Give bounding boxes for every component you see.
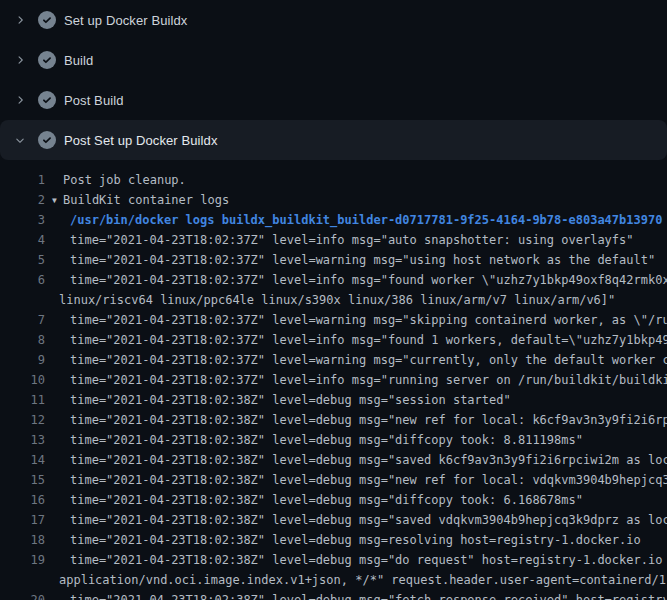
chevron-down-icon[interactable] [12,132,28,148]
log-row: 11 time="2021-04-23T18:02:38Z" level=deb… [0,390,667,410]
log-text: time="2021-04-23T18:02:37Z" level=warnin… [45,310,667,330]
line-number[interactable]: 15 [0,470,45,490]
log-row: 19 time="2021-04-23T18:02:38Z" level=deb… [0,550,667,570]
line-number[interactable]: 3 [0,210,45,230]
line-number[interactable]: 20 [0,590,45,600]
log-row: 7 time="2021-04-23T18:02:37Z" level=warn… [0,310,667,330]
log-row: 3 /usr/bin/docker logs buildx_buildkit_b… [0,210,667,230]
check-circle-icon [38,91,56,109]
line-number[interactable]: 10 [0,370,45,390]
line-number[interactable]: 9 [0,350,45,370]
line-number [0,570,45,590]
log-text: time="2021-04-23T18:02:37Z" level=info m… [45,230,634,250]
log-row: 16 time="2021-04-23T18:02:38Z" level=deb… [0,490,667,510]
log-text: time="2021-04-23T18:02:38Z" level=debug … [45,450,667,470]
log-text: application/vnd.oci.image.index.v1+json,… [45,570,667,590]
line-number[interactable]: 13 [0,430,45,450]
log-row: 15 time="2021-04-23T18:02:38Z" level=deb… [0,470,667,490]
check-circle-icon [38,131,56,149]
log-text: Post job cleanup. [45,170,186,190]
line-number[interactable]: 16 [0,490,45,510]
log-viewer: 1 Post job cleanup. 2 ▼BuildKit containe… [0,170,667,600]
line-number[interactable]: 4 [0,230,45,250]
log-text: time="2021-04-23T18:02:37Z" level=warnin… [45,250,655,270]
line-number[interactable]: 14 [0,450,45,470]
group-toggle-icon[interactable]: ▼ [52,191,60,210]
check-circle-icon [38,11,56,29]
log-row: 1 Post job cleanup. [0,170,667,190]
log-text: time="2021-04-23T18:02:38Z" level=debug … [45,470,667,490]
step-label: Post Set up Docker Buildx [64,133,218,148]
line-number[interactable]: 5 [0,250,45,270]
log-text: time="2021-04-23T18:02:37Z" level=warnin… [45,350,667,370]
step-label: Post Build [64,93,124,108]
line-number[interactable]: 8 [0,330,45,350]
line-number[interactable]: 2 [0,190,45,210]
log-text: time="2021-04-23T18:02:38Z" level=debug … [45,510,667,530]
log-text: time="2021-04-23T18:02:38Z" level=debug … [45,430,583,450]
step-row[interactable]: Post Set up Docker Buildx [0,120,667,160]
log-row: 12 time="2021-04-23T18:02:38Z" level=deb… [0,410,667,430]
log-text: time="2021-04-23T18:02:38Z" level=debug … [45,530,641,550]
line-number[interactable]: 12 [0,410,45,430]
log-row: 13 time="2021-04-23T18:02:38Z" level=deb… [0,430,667,450]
step-row[interactable]: Set up Docker Buildx [0,0,667,40]
log-row: application/vnd.oci.image.index.v1+json,… [0,570,667,590]
log-row: 20 time="2021-04-23T18:02:38Z" level=deb… [0,590,667,600]
chevron-right-icon[interactable] [12,12,28,28]
log-text: ▼BuildKit container logs [45,190,229,210]
check-circle-icon [38,51,56,69]
line-number[interactable]: 17 [0,510,45,530]
log-text: linux/riscv64 linux/ppc64le linux/s390x … [45,290,615,310]
log-row: 5 time="2021-04-23T18:02:37Z" level=warn… [0,250,667,270]
step-row[interactable]: Post Build [0,80,667,120]
log-row: 18 time="2021-04-23T18:02:38Z" level=deb… [0,530,667,550]
log-text: time="2021-04-23T18:02:38Z" level=debug … [45,390,511,410]
line-number[interactable]: 18 [0,530,45,550]
step-label: Build [64,53,93,68]
log-text: time="2021-04-23T18:02:37Z" level=info m… [45,270,667,290]
line-number[interactable]: 1 [0,170,45,190]
log-text: time="2021-04-23T18:02:38Z" level=debug … [45,410,667,430]
log-row: 8 time="2021-04-23T18:02:37Z" level=info… [0,330,667,350]
step-label: Set up Docker Buildx [64,13,187,28]
line-number [0,290,45,310]
log-text: /usr/bin/docker logs buildx_buildkit_bui… [45,210,662,230]
line-number[interactable]: 6 [0,270,45,290]
log-text: time="2021-04-23T18:02:38Z" level=debug … [45,590,667,600]
actions-log-panel: { "colors": { "background": "#0b0f15", "… [0,0,667,600]
line-number[interactable]: 19 [0,550,45,570]
log-row: 14 time="2021-04-23T18:02:38Z" level=deb… [0,450,667,470]
line-number[interactable]: 11 [0,390,45,410]
log-row: 10 time="2021-04-23T18:02:37Z" level=inf… [0,370,667,390]
group-title: BuildKit container logs [63,193,229,207]
log-text: time="2021-04-23T18:02:38Z" level=debug … [45,490,583,510]
chevron-right-icon[interactable] [12,52,28,68]
chevron-right-icon[interactable] [12,92,28,108]
step-row[interactable]: Build [0,40,667,80]
log-text: time="2021-04-23T18:02:37Z" level=info m… [45,330,667,350]
log-text: time="2021-04-23T18:02:37Z" level=info m… [45,370,667,390]
log-row: 2 ▼BuildKit container logs [0,190,667,210]
log-row: 9 time="2021-04-23T18:02:37Z" level=warn… [0,350,667,370]
log-row: 17 time="2021-04-23T18:02:38Z" level=deb… [0,510,667,530]
line-number[interactable]: 7 [0,310,45,330]
log-text: time="2021-04-23T18:02:38Z" level=debug … [45,550,667,570]
log-row: 4 time="2021-04-23T18:02:37Z" level=info… [0,230,667,250]
log-row: linux/riscv64 linux/ppc64le linux/s390x … [0,290,667,310]
log-row: 6 time="2021-04-23T18:02:37Z" level=info… [0,270,667,290]
steps-list: Set up Docker Buildx Build P [0,0,667,160]
